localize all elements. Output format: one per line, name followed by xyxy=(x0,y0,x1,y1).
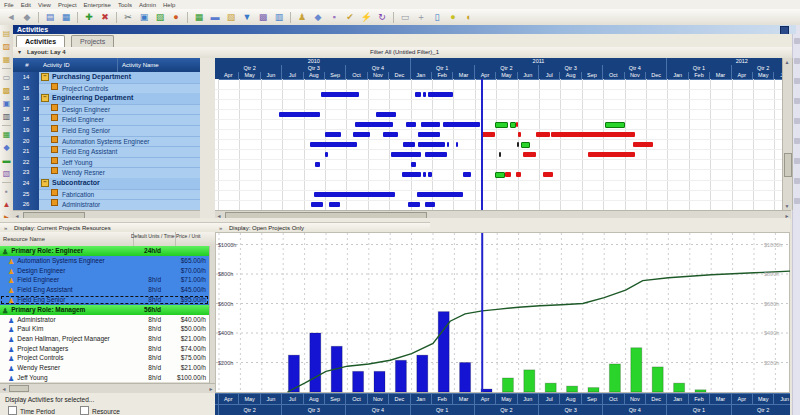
gantt-bar[interactable] xyxy=(423,92,426,97)
rail-icon[interactable] xyxy=(794,118,800,124)
flag-icon[interactable]: ⚡ xyxy=(359,11,373,24)
gantt-bar[interactable] xyxy=(499,152,501,157)
gantt-bar[interactable] xyxy=(408,202,420,207)
gantt-bar[interactable] xyxy=(311,202,323,207)
projects-rail-icon[interactable]: ▦ xyxy=(1,54,12,65)
scroll-up-icon[interactable]: ▲ xyxy=(783,58,791,66)
chart-bar[interactable] xyxy=(310,333,321,392)
table-row[interactable]: 17Design Engineer xyxy=(13,104,200,115)
gantt-bar[interactable] xyxy=(421,122,440,127)
menu-item-edit[interactable]: Edit xyxy=(21,2,31,8)
chart-bar[interactable] xyxy=(695,390,706,392)
checkbox-icon[interactable] xyxy=(80,406,89,415)
gantt-bar[interactable] xyxy=(418,132,440,137)
gantt-bar[interactable] xyxy=(505,172,511,177)
gantt-bar[interactable] xyxy=(543,172,553,177)
gantt-bar[interactable] xyxy=(403,142,415,147)
activities-rail-icon[interactable]: ▤ xyxy=(1,28,12,39)
rail-icon[interactable] xyxy=(794,38,800,44)
chart-bar[interactable] xyxy=(674,383,685,392)
docs-rail-icon[interactable]: ▪ xyxy=(1,186,12,197)
gantt-bar[interactable] xyxy=(315,162,320,167)
thresholds-rail-icon[interactable]: ◆ xyxy=(1,142,12,153)
collapse-icon[interactable]: − xyxy=(41,73,49,81)
gantt-bar[interactable] xyxy=(391,152,421,157)
gantt-bar[interactable] xyxy=(516,172,521,177)
table-row[interactable]: 20Automation Systems Engineer xyxy=(13,136,200,147)
notes-icon[interactable]: ✔ xyxy=(343,11,357,24)
table-row[interactable]: 14−Purchasing Department xyxy=(13,72,200,83)
chart-bar[interactable] xyxy=(353,371,364,392)
rail-icon[interactable] xyxy=(794,198,800,204)
gantt-bar[interactable] xyxy=(588,152,635,157)
table-row[interactable]: 19Field Eng Senior xyxy=(13,125,200,136)
gantt-chart[interactable]: 201020112012Qtr 2Qtr 3Qtr 4Qtr 1Qtr 2Qtr… xyxy=(215,58,782,210)
reports-rail-icon[interactable]: ▩ xyxy=(1,85,12,96)
gantt-bar[interactable] xyxy=(383,132,398,137)
table-row[interactable]: 22Jeff Young xyxy=(13,157,200,168)
gantt-bar[interactable] xyxy=(447,142,449,147)
expand-icon[interactable]: ＋ xyxy=(414,11,428,24)
wps-rail-icon[interactable]: ▧ xyxy=(1,168,12,179)
usage-icon[interactable]: ▪ xyxy=(327,11,341,24)
menu-item-project[interactable]: Project xyxy=(58,2,77,8)
table-row[interactable]: 25Fabrication xyxy=(13,189,200,200)
columns-icon[interactable]: ▥ xyxy=(272,11,286,24)
gantt-bar[interactable] xyxy=(402,172,421,177)
table-row[interactable]: 24−Subcontractor xyxy=(13,178,200,189)
lock-icon[interactable]: ● xyxy=(446,11,460,24)
panel-icon[interactable]: ▯ xyxy=(430,11,444,24)
rail-icon[interactable] xyxy=(794,158,800,164)
menu-item-file[interactable]: File xyxy=(4,2,14,8)
gantt-bar[interactable] xyxy=(518,132,521,137)
activity-name-cell[interactable]: Administrator xyxy=(39,199,200,210)
table-row[interactable]: 23Wendy Resner xyxy=(13,167,200,178)
filter-label[interactable]: Filter All (Untitled Filter)_1 xyxy=(370,47,439,58)
checkbox-icon[interactable] xyxy=(8,406,17,415)
rail-icon[interactable] xyxy=(794,98,800,104)
pane-splitter[interactable] xyxy=(200,58,215,210)
gantt-bar[interactable] xyxy=(325,152,328,157)
chart-bar[interactable] xyxy=(567,386,578,392)
chevron-down-icon[interactable]: ▾ xyxy=(18,47,21,58)
collapse-icon[interactable]: − xyxy=(41,179,49,187)
gantt-bar[interactable] xyxy=(423,172,426,177)
refresh-icon[interactable]: ↻ xyxy=(375,11,389,24)
menu-item-tools[interactable]: Tools xyxy=(118,2,132,8)
menu-item-enterprise[interactable]: Enterprise xyxy=(84,2,111,8)
table-row[interactable]: 15Project Controls xyxy=(13,83,200,94)
chart-bar[interactable] xyxy=(588,388,599,392)
resource-checkbox[interactable]: Resource xyxy=(80,406,120,415)
chart-bar[interactable] xyxy=(631,348,642,392)
gantt-bar[interactable] xyxy=(428,92,453,97)
gantt-bar[interactable] xyxy=(517,142,519,147)
scroll-left-icon[interactable]: ◄ xyxy=(0,385,8,393)
admin-rail-icon[interactable]: ▲ xyxy=(1,199,12,210)
rail-icon[interactable] xyxy=(794,58,800,64)
menu-item-admin[interactable]: Admin xyxy=(139,2,156,8)
gantt-bar[interactable] xyxy=(321,92,359,97)
gantt-bar[interactable] xyxy=(417,192,463,197)
gantt-bar[interactable] xyxy=(406,122,416,127)
filter-icon[interactable]: ▼ xyxy=(240,11,254,24)
gantt-bar[interactable] xyxy=(279,112,320,117)
gantt-bar[interactable] xyxy=(605,122,625,128)
add-icon[interactable]: ✚ xyxy=(82,11,96,24)
gantt-bar[interactable] xyxy=(310,142,357,147)
chart-bar[interactable] xyxy=(652,367,663,392)
gantt-bar[interactable] xyxy=(443,122,480,127)
relations-icon[interactable]: ◆ xyxy=(311,11,325,24)
chart-bar[interactable] xyxy=(502,378,513,392)
table-row[interactable]: 26Administrator xyxy=(13,199,200,210)
col-activity-name[interactable]: Activity Name xyxy=(117,58,159,72)
col-default-units[interactable]: Default Units / Time xyxy=(131,232,176,247)
gantt-bar[interactable] xyxy=(521,142,530,148)
gantt-bar[interactable] xyxy=(355,122,393,127)
chart-bar[interactable] xyxy=(545,383,556,392)
table-row[interactable]: 16−Engineering Department xyxy=(13,93,200,104)
back-icon[interactable]: ◄ xyxy=(4,11,18,24)
gantt-bar[interactable] xyxy=(456,142,458,147)
gantt-bar[interactable] xyxy=(418,142,445,147)
gantt-bar[interactable] xyxy=(523,152,536,157)
layout-label[interactable]: Layout: Lay 4 xyxy=(27,47,66,58)
